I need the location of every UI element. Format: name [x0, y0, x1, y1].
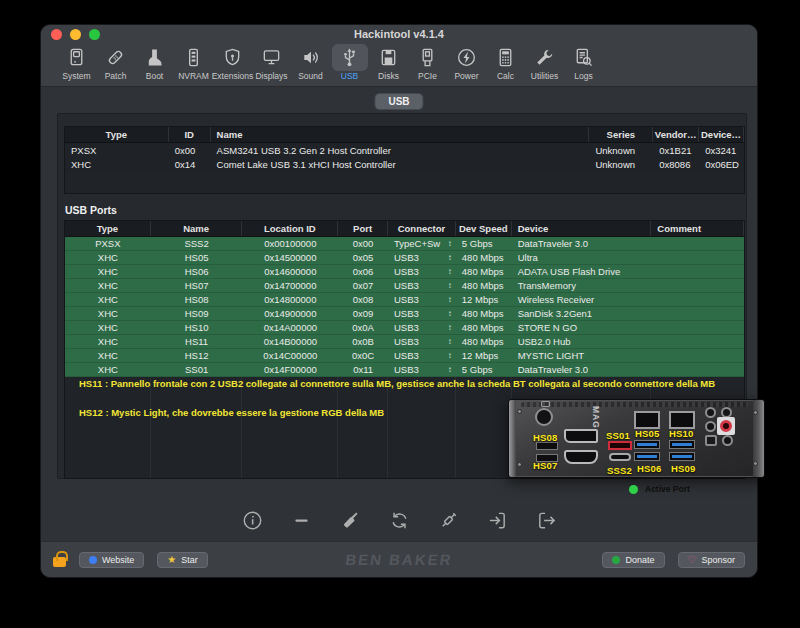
table-cell: 5 Gbps	[456, 363, 512, 376]
star-button[interactable]: ★ Star	[157, 552, 207, 568]
table-cell: XHC	[65, 293, 151, 306]
table-row[interactable]: XHCHS120x14C000000x0CUSB3↕12 MbpsMYSTIC …	[65, 349, 744, 363]
donate-button[interactable]: Donate	[602, 552, 664, 568]
inject-button[interactable]	[437, 509, 459, 531]
table-row[interactable]: XHCHS100x14A000000x0AUSB3↕480 MbpsSTORE …	[65, 321, 744, 335]
port-label-hs10: HS10	[669, 428, 694, 439]
table-row[interactable]: XHCHS050x145000000x05USB3↕480 MbpsUltra	[65, 251, 744, 265]
column-header-type[interactable]: Type	[65, 221, 151, 236]
refresh-button[interactable]	[388, 509, 410, 531]
column-header-series[interactable]: Series	[589, 127, 653, 142]
sponsor-button[interactable]: ♡ Sponsor	[678, 552, 746, 568]
table-row[interactable]: XHCHS080x148000000x08USB3↕12 MbpsWireles…	[65, 293, 744, 307]
table-cell: USB3↕	[388, 335, 456, 348]
usb-c-port-sss2	[609, 453, 631, 461]
toolbar-item-power[interactable]: Power	[447, 44, 486, 81]
table-cell: 0x0C	[338, 349, 388, 362]
toolbar-item-label: Power	[454, 71, 478, 81]
column-header-id[interactable]: ID	[169, 127, 211, 142]
connector-popup[interactable]: ↕	[448, 282, 452, 290]
import-button[interactable]	[486, 509, 508, 531]
column-header-device[interactable]: Device	[512, 221, 652, 236]
toolbar-item-disks[interactable]: Disks	[369, 44, 408, 81]
table-cell: Ultra	[512, 251, 652, 264]
displayport	[564, 429, 598, 443]
table-cell: Wireless Receiver	[512, 293, 652, 306]
column-header-comment[interactable]: Comment	[651, 221, 744, 236]
port-label-ss01: SS01	[606, 430, 630, 441]
toolbar-item-system[interactable]: System	[57, 44, 96, 81]
lock-icon[interactable]	[53, 557, 66, 567]
info-button[interactable]	[241, 509, 263, 531]
toolbar-item-utilities[interactable]: Utilities	[525, 44, 564, 81]
connector-popup[interactable]: ↕	[448, 352, 452, 360]
toolbar-item-calc[interactable]: Calc	[486, 44, 525, 81]
toolbar-item-label: Logs	[574, 71, 592, 81]
toolbar-item-usb[interactable]: USB	[330, 44, 369, 81]
close-button[interactable]	[51, 29, 62, 40]
toolbar-item-nvram[interactable]: NVRAM	[174, 44, 213, 81]
extensions-icon	[215, 44, 251, 71]
table-row[interactable]: XHCHS110x14B000000x0BUSB3↕480 MbpsUSB2.0…	[65, 335, 744, 349]
table-cell: 0x8086	[653, 157, 699, 171]
table-cell: Unknown	[589, 143, 653, 157]
export-button[interactable]	[535, 509, 557, 531]
table-row[interactable]: XHCSS010x14F000000x11USB3↕5 GbpsDataTrav…	[65, 363, 744, 377]
column-header-name[interactable]: Name	[211, 127, 590, 142]
connector-popup[interactable]: ↕	[448, 366, 452, 374]
column-header-vendor[interactable]: Vendor…	[653, 127, 699, 142]
table-row[interactable]: XHCHS070x147000000x07USB3↕480 MbpsTransM…	[65, 279, 744, 293]
toolbar-item-boot[interactable]: Boot	[135, 44, 174, 81]
column-header-port[interactable]: Port	[338, 221, 388, 236]
connector-popup[interactable]: ↕	[448, 296, 452, 304]
star-label: Star	[181, 555, 198, 565]
toolbar-item-pcie[interactable]: PCIe	[408, 44, 447, 81]
refresh-icon	[389, 510, 410, 531]
toolbar-item-logs[interactable]: Logs	[564, 44, 603, 81]
table-cell: XHC	[65, 251, 151, 264]
connector-popup[interactable]: ↕	[448, 268, 452, 276]
table-cell: 0x3241	[699, 143, 744, 157]
table-row[interactable]: XHCHS060x146000000x06USB3↕480 MbpsADATA …	[65, 265, 744, 279]
column-header-device[interactable]: Device…	[699, 127, 744, 142]
toolbar-item-displays[interactable]: Displays	[252, 44, 291, 81]
column-header-connector[interactable]: Connector	[388, 221, 456, 236]
table-row[interactable]: XHCHS090x149000000x09USB3↕480 MbpsSanDis…	[65, 307, 744, 321]
column-header-name[interactable]: Name	[151, 221, 243, 236]
toolbar-item-extensions[interactable]: Extensions	[213, 44, 252, 81]
system-icon	[59, 44, 95, 71]
website-button[interactable]: Website	[79, 552, 144, 568]
table-cell: HS06	[151, 265, 243, 278]
usb-ports-heading: USB Ports	[65, 204, 117, 216]
table-row[interactable]: XHC0x14Comet Lake USB 3.1 xHCI Host Cont…	[65, 157, 744, 171]
table-cell: 0x06	[338, 265, 388, 278]
clean-button[interactable]	[339, 509, 361, 531]
toolbar-item-sound[interactable]: Sound	[291, 44, 330, 81]
usb3-port	[669, 440, 695, 449]
toolbar-item-patch[interactable]: Patch	[96, 44, 135, 81]
connector-popup[interactable]: ↕	[448, 324, 452, 332]
table-cell: HS07	[151, 279, 243, 292]
connector-popup[interactable]: ↕	[448, 254, 452, 262]
column-header-location-id[interactable]: Location ID	[242, 221, 338, 236]
table-cell: USB3↕	[388, 279, 456, 292]
table-cell: 0x09	[338, 307, 388, 320]
table-cell: 0x06ED	[699, 157, 744, 171]
connector-popup[interactable]: ↕	[448, 310, 452, 318]
remove-button[interactable]	[290, 509, 312, 531]
table-row[interactable]: PXSX0x00ASM3241 USB 3.2 Gen 2 Host Contr…	[65, 143, 744, 157]
port-label-hs09: HS09	[671, 463, 696, 474]
table-cell	[651, 293, 744, 306]
minimize-button[interactable]	[70, 29, 81, 40]
column-header-dev-speed[interactable]: Dev Speed	[456, 221, 512, 236]
active-port-label: Active Port	[645, 484, 690, 494]
column-header-type[interactable]: Type	[65, 127, 169, 142]
table-row[interactable]: PXSXSSS20x001000000x00TypeC+Sw↕5 GbpsDat…	[65, 237, 744, 251]
connector-popup[interactable]: ↕	[448, 240, 452, 248]
table-cell: SSS2	[151, 237, 243, 250]
zoom-button[interactable]	[89, 29, 100, 40]
table-cell: USB3↕	[388, 349, 456, 362]
table-cell: 0x14900000	[242, 307, 338, 320]
connector-popup[interactable]: ↕	[448, 338, 452, 346]
tab-usb[interactable]: USB	[374, 93, 423, 110]
